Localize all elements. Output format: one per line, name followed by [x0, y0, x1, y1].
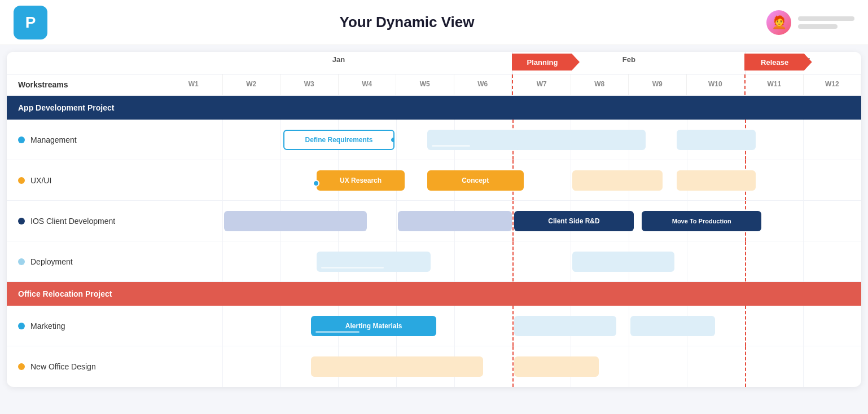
- ws-ios-label: IOS Client Development: [7, 217, 165, 226]
- header-spacer: [7, 52, 165, 74]
- release-milestone: Release: [744, 54, 812, 71]
- ws-management-label: Management: [7, 135, 165, 144]
- ws-new-office-label: New Office Design: [7, 362, 165, 371]
- ws-ios: IOS Client Development: [7, 201, 861, 241]
- ws-deployment-timeline: [165, 241, 861, 281]
- ws-deployment-dot: [18, 258, 25, 265]
- week-w4: W4: [339, 74, 397, 95]
- ws-ios-dot: [18, 218, 25, 224]
- app-header: P Your Dynamic View 🧑‍🦰: [0, 0, 868, 45]
- week-w6: W6: [454, 74, 512, 95]
- ws-uxui-timeline: UX Research Concept: [165, 160, 861, 200]
- bar-deployment-2[interactable]: [572, 252, 674, 272]
- bar-concept[interactable]: Concept: [427, 170, 524, 191]
- project-office-reloc-label: Office Relocation Project: [18, 289, 112, 298]
- bar-deployment-1[interactable]: [317, 252, 431, 272]
- avatar: 🧑‍🦰: [766, 10, 791, 35]
- bar-marketing-3[interactable]: [630, 316, 715, 336]
- ws-new-office-dot: [18, 363, 25, 370]
- gantt-chart: Jan Feb Planning Mar Release: [7, 52, 861, 387]
- month-feb: Feb Planning: [513, 52, 746, 74]
- month-header-row: Jan Feb Planning Mar Release: [7, 52, 861, 74]
- user-info: [798, 16, 854, 29]
- month-feb-label: Feb: [622, 55, 635, 64]
- month-mar: Mar Release: [746, 52, 861, 74]
- ws-new-office-timeline: [165, 346, 861, 387]
- ws-ios-timeline: Client Side R&D Move To Production: [165, 201, 861, 241]
- week-w10: W10: [687, 74, 745, 95]
- ws-deployment-label: Deployment: [7, 257, 165, 266]
- page-title: Your Dynamic View: [340, 14, 475, 31]
- week-w3: W3: [280, 74, 339, 95]
- week-w12: W12: [804, 74, 862, 95]
- week-w11: W11: [744, 74, 804, 95]
- bar-ios-1[interactable]: [224, 211, 367, 231]
- bar-ux-4[interactable]: [677, 170, 756, 191]
- project-row-app-dev: App Development Project: [7, 96, 861, 120]
- project-app-dev-label: App Development Project: [18, 103, 114, 112]
- week-w1: W1: [165, 74, 223, 95]
- week-w9: W9: [629, 74, 687, 95]
- bar-management-2[interactable]: [427, 130, 524, 150]
- bar-ux-3[interactable]: [572, 170, 663, 191]
- app-wrapper: P Your Dynamic View 🧑‍🦰 Jan Feb: [0, 0, 868, 387]
- workstreams-header: Workstreams: [7, 74, 165, 95]
- bar-marketing-2[interactable]: [514, 316, 616, 336]
- month-jan: Jan: [165, 52, 513, 74]
- week-w5: W5: [396, 74, 454, 95]
- user-name-line: [798, 16, 854, 21]
- bar-move-to-production[interactable]: Move To Production: [642, 211, 761, 231]
- bar-office-design-1[interactable]: [311, 356, 483, 377]
- bar-ios-2[interactable]: [398, 211, 512, 231]
- ws-marketing-timeline: Alerting Materials: [165, 306, 861, 346]
- bar-alerting-materials[interactable]: Alerting Materials: [311, 316, 436, 336]
- bar-management-3[interactable]: [514, 130, 646, 150]
- project-row-office-reloc: Office Relocation Project: [7, 282, 861, 306]
- ws-marketing-dot: [18, 323, 25, 329]
- month-blocks: Jan Feb Planning Mar Release: [165, 52, 861, 74]
- connector-dot-ux: [313, 180, 319, 187]
- ws-management-timeline: Define Requirements: [165, 120, 861, 160]
- week-w8: W8: [571, 74, 629, 95]
- week-subheader: Workstreams W1 W2 W3 W4 W5 W6 W7 W8 W9 W…: [7, 74, 861, 96]
- week-w2: W2: [223, 74, 281, 95]
- connector-dot-right: [390, 136, 394, 143]
- month-jan-label: Jan: [332, 55, 345, 64]
- user-role-line: [798, 24, 838, 29]
- week-w7: W7: [512, 74, 571, 95]
- logo: P: [14, 6, 47, 39]
- ws-management-dot: [18, 136, 25, 143]
- user-area: 🧑‍🦰: [766, 10, 854, 35]
- ws-deployment: Deployment: [7, 241, 861, 282]
- ws-new-office: New Office Design: [7, 346, 861, 387]
- ws-uxui-dot: [18, 177, 25, 184]
- bar-office-design-2[interactable]: [514, 356, 599, 377]
- weeks-row: W1 W2 W3 W4 W5 W6 W7 W8 W9 W10 W11 W12: [165, 74, 861, 95]
- ws-uxui: UX/UI: [7, 160, 861, 201]
- ws-marketing-label: Marketing: [7, 321, 165, 331]
- bar-ux-research[interactable]: UX Research: [317, 170, 404, 191]
- ws-uxui-label: UX/UI: [7, 176, 165, 185]
- bar-define-requirements[interactable]: Define Requirements: [283, 130, 395, 150]
- ws-marketing: Marketing: [7, 306, 861, 346]
- bar-management-4[interactable]: [677, 130, 756, 150]
- bar-client-rnd[interactable]: Client Side R&D: [514, 211, 634, 231]
- ws-management: Management: [7, 120, 861, 160]
- planning-milestone: Planning: [512, 54, 580, 71]
